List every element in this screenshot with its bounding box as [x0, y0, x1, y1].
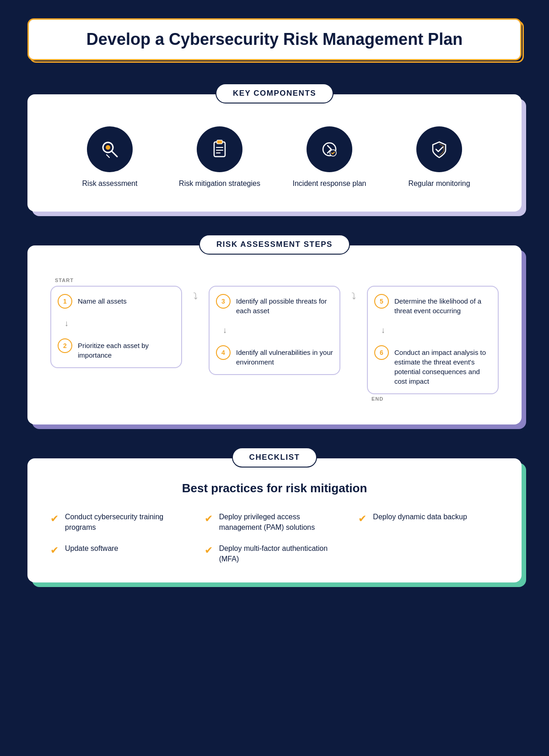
svg-rect-5	[217, 140, 222, 144]
risk-assessment-steps-label: RISK ASSESSMENT STEPS	[199, 234, 350, 255]
checklist-text-1: Conduct cybersecurity training programs	[65, 512, 191, 533]
checklist-label-container: CHECKLIST	[27, 447, 522, 468]
step-item-2: 2 Prioritize each asset by importance	[58, 338, 175, 360]
step-box-1: 1 Name all assets ↓ 2 Prioritize each as…	[50, 286, 182, 368]
step-item-1: 1 Name all assets	[58, 294, 175, 309]
key-components-card: Risk assessment Risk mitigation strategi…	[27, 94, 522, 212]
risk-assessment-label: Risk assessment	[82, 179, 138, 189]
step-connector-1: ↓	[58, 319, 175, 328]
checklist-grid: ✔ Conduct cybersecurity training program…	[46, 512, 503, 564]
step-item-5: 5 Determine the likelihood of a threat e…	[374, 294, 491, 315]
step-item-6: 6 Conduct an impact analysis to estimate…	[374, 345, 491, 386]
checklist-text-3: Deploy dynamic data backup	[373, 512, 467, 522]
svg-rect-4	[214, 142, 225, 157]
component-risk-mitigation: Risk mitigation strategies	[178, 126, 261, 189]
checklist-card: Best practices for risk mitigation ✔ Con…	[27, 458, 522, 582]
checklist-title: Best practices for risk mitigation	[46, 481, 503, 495]
incident-response-label: Incident response plan	[293, 179, 366, 189]
step-item-4: 4 Identify all vulnerabilities in your e…	[216, 345, 333, 367]
risk-mitigation-label: Risk mitigation strategies	[179, 179, 260, 189]
steps-column-3: START 5 Determine the likelihood of a th…	[367, 277, 499, 402]
checklist-text-4: Update software	[65, 544, 118, 554]
checklist-section: CHECKLIST Best practices for risk mitiga…	[27, 447, 522, 582]
step-box-3: 5 Determine the likelihood of a threat e…	[367, 286, 499, 394]
check-icon-3: ✔	[358, 513, 366, 525]
arrow-connector-1: ⤵	[191, 277, 199, 302]
checklist-item-5: ✔ Deploy multi-factor authentication (MF…	[205, 544, 345, 564]
arrow-connector-2: ⤵	[350, 277, 358, 302]
risk-mitigation-icon	[197, 126, 242, 172]
icons-row: Risk assessment Risk mitigation strategi…	[46, 117, 503, 193]
check-icon-4: ✔	[50, 544, 59, 556]
risk-assessment-label-container: RISK ASSESSMENT STEPS	[27, 234, 522, 255]
step-item-3: 3 Identify all possible threats for each…	[216, 294, 333, 315]
check-icon-2: ✔	[205, 513, 213, 525]
step-number-6: 6	[374, 345, 389, 360]
checklist-item-3: ✔ Deploy dynamic data backup	[358, 512, 499, 533]
step-number-1: 1	[58, 294, 72, 309]
step-text-5: Determine the likelihood of a threat eve…	[394, 294, 491, 315]
step-number-3: 3	[216, 294, 231, 309]
step-text-6: Conduct an impact analysis to estimate t…	[394, 345, 491, 386]
risk-assessment-icon	[87, 126, 133, 172]
checklist-item-4: ✔ Update software	[50, 544, 191, 564]
component-incident-response: Incident response plan	[288, 126, 371, 189]
risk-assessment-section: RISK ASSESSMENT STEPS START 1 Name all a…	[27, 234, 522, 424]
regular-monitoring-label: Regular monitoring	[408, 179, 470, 189]
svg-point-2	[106, 145, 110, 150]
step-box-2: 3 Identify all possible threats for each…	[209, 286, 340, 375]
title-box: Develop a Cybersecurity Risk Management …	[27, 18, 522, 60]
check-icon-1: ✔	[50, 513, 59, 525]
step-number-5: 5	[374, 294, 389, 309]
component-regular-monitoring: Regular monitoring	[398, 126, 480, 189]
key-components-section: KEY COMPONENTS Risk assessment	[27, 83, 522, 212]
checklist-text-5: Deploy multi-factor authentication (MFA)	[219, 544, 345, 564]
steps-container: START 1 Name all assets ↓ 2 Prioritize e…	[46, 268, 503, 406]
svg-line-3	[107, 155, 109, 158]
key-components-label-container: KEY COMPONENTS	[27, 83, 522, 103]
steps-column-1: START 1 Name all assets ↓ 2 Prioritize e…	[50, 277, 182, 368]
end-label: END	[367, 396, 499, 402]
step-text-3: Identify all possible threats for each a…	[236, 294, 333, 315]
start-label: START	[50, 277, 182, 283]
step-text-4: Identify all vulnerabilities in your env…	[236, 345, 333, 367]
svg-line-1	[112, 152, 117, 157]
check-icon-5: ✔	[205, 544, 213, 556]
step-text-1: Name all assets	[78, 294, 127, 306]
step-connector-2: ↓	[216, 326, 333, 335]
steps-column-2: START 3 Identify all possible threats fo…	[209, 277, 340, 375]
step-text-2: Prioritize each asset by importance	[78, 338, 175, 360]
checklist-label: CHECKLIST	[232, 447, 318, 468]
risk-assessment-card: START 1 Name all assets ↓ 2 Prioritize e…	[27, 245, 522, 424]
step-number-4: 4	[216, 345, 231, 360]
checklist-text-2: Deploy privileged access management (PAM…	[219, 512, 345, 533]
checklist-item-2: ✔ Deploy privileged access management (P…	[205, 512, 345, 533]
component-risk-assessment: Risk assessment	[69, 126, 151, 189]
incident-response-icon	[307, 126, 352, 172]
page-title: Develop a Cybersecurity Risk Management …	[47, 30, 502, 49]
step-number-2: 2	[58, 338, 72, 353]
step-connector-3: ↓	[374, 326, 491, 335]
key-components-label: KEY COMPONENTS	[215, 83, 334, 103]
regular-monitoring-icon	[416, 126, 462, 172]
checklist-item-1: ✔ Conduct cybersecurity training program…	[50, 512, 191, 533]
